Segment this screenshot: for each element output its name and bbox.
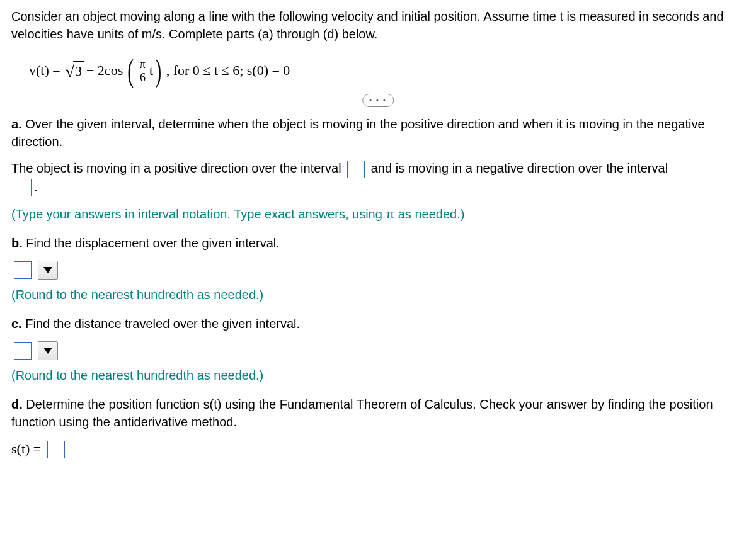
a-sentence-mid: and is moving in a negative direction ov… [371, 161, 668, 175]
problem-intro: Consider an object moving along a line w… [11, 8, 745, 43]
distance-answer-row [11, 341, 745, 360]
position-function-row: s(t) = [11, 440, 745, 459]
after-frac: t [149, 61, 153, 81]
right-paren: ) [155, 55, 161, 86]
formula-tail: , for 0 ≤ t ≤ 6; s(0) = 0 [166, 61, 290, 81]
part-c-label: c. [11, 317, 22, 331]
displacement-input[interactable] [14, 261, 32, 279]
velocity-formula: v(t) = 3 − 2cos ( π 6 t ) , for 0 ≤ t ≤ … [29, 54, 745, 87]
formula-lhs: v(t) = [29, 61, 60, 81]
part-a-label: a. [11, 117, 22, 131]
chevron-down-icon [43, 348, 52, 354]
part-c-prompt: Find the distance traveled over the give… [22, 317, 300, 331]
positive-interval-input[interactable] [347, 161, 365, 178]
part-b: b. Find the displacement over the given … [11, 234, 745, 252]
fraction: π 6 [137, 59, 148, 83]
part-b-prompt: Find the displacement over the given int… [23, 236, 280, 250]
part-b-hint: (Round to the nearest hundredth as neede… [11, 286, 745, 304]
distance-input[interactable] [14, 342, 32, 360]
displacement-answer-row [11, 261, 745, 280]
a-sentence-end: . [34, 180, 38, 194]
paren-group: ( π 6 t ) [125, 54, 164, 87]
left-paren: ( [128, 55, 134, 86]
displacement-units-dropdown[interactable] [38, 261, 58, 280]
part-a-prompt: Over the given interval, determine when … [11, 117, 705, 149]
part-a: a. Over the given interval, determine wh… [11, 115, 745, 150]
sqrt-radicand: 3 [73, 61, 84, 81]
chevron-down-icon [43, 267, 52, 273]
position-function-input[interactable] [47, 441, 65, 458]
expand-dots[interactable]: • • • [362, 94, 394, 107]
part-a-sentence: The object is moving in a positive direc… [11, 159, 745, 196]
part-d: d. Determine the position function s(t) … [11, 395, 745, 431]
part-d-prompt: Determine the position function s(t) usi… [11, 397, 713, 429]
part-b-label: b. [11, 236, 23, 250]
sqrt-expr: 3 [63, 59, 84, 82]
part-a-hint: (Type your answers in interval notation.… [11, 205, 745, 223]
part-c-hint: (Round to the nearest hundredth as neede… [11, 366, 745, 384]
part-c: c. Find the distance traveled over the g… [11, 315, 745, 332]
formula-cos: − 2cos [86, 61, 123, 81]
fraction-numerator: π [137, 59, 148, 71]
negative-interval-input[interactable] [14, 179, 32, 196]
a-sentence-pre: The object is moving in a positive direc… [11, 161, 345, 175]
part-d-label: d. [11, 397, 23, 411]
fraction-denominator: 6 [140, 71, 146, 83]
position-lhs: s(t) = [11, 440, 41, 459]
distance-units-dropdown[interactable] [38, 341, 58, 360]
